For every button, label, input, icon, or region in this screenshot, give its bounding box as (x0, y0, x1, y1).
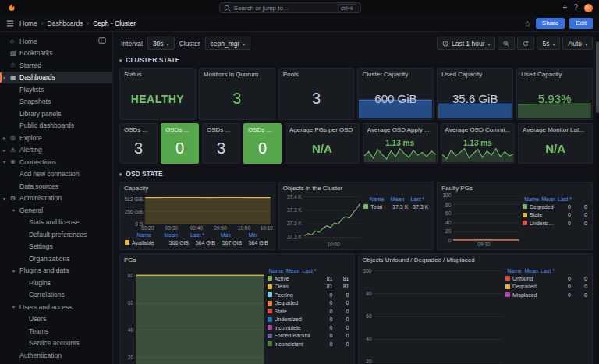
legend-header[interactable]: Name (363, 196, 384, 202)
breadcrumb-dashboards[interactable]: Dashboards (48, 19, 83, 27)
sidebar-item[interactable]: Users (0, 313, 112, 326)
menu-icon[interactable] (6, 19, 14, 27)
sidebar-item[interactable]: Data sources (0, 180, 112, 193)
sidebar-item[interactable]: ▾ ⊕ Connections (0, 156, 112, 168)
panel-title[interactable]: Average OSD Commi... (441, 124, 515, 133)
scrollbar[interactable] (596, 32, 599, 364)
sidebar-item[interactable]: Playlists (0, 83, 112, 96)
panel-title[interactable]: OSDs ... (161, 124, 198, 133)
sidebar-item[interactable]: ▾ General (0, 204, 112, 217)
scrollbar-thumb[interactable] (596, 41, 599, 113)
legend-header[interactable]: Last * (538, 268, 555, 274)
zoom-out-button[interactable] (498, 37, 515, 50)
legend-header[interactable]: Mean (384, 196, 404, 202)
panel-title[interactable]: Average OSD Apply ... (363, 124, 437, 133)
time-range-picker[interactable]: Last 1 hour (437, 37, 496, 50)
plot-area[interactable] (304, 194, 361, 241)
sidebar-item[interactable]: Public dashboards (0, 120, 112, 133)
grafana-logo[interactable] (6, 2, 17, 13)
legend-header[interactable]: Last * (178, 232, 204, 238)
legend-row[interactable]: Degraded 0 0 (505, 283, 587, 292)
legend-row[interactable]: State 0 0 (268, 307, 349, 316)
panel-title[interactable]: OSDs ... (244, 124, 281, 133)
plot-area[interactable] (145, 194, 271, 224)
sidebar-item[interactable]: ▤ Bookmarks (0, 48, 112, 60)
panel-title[interactable]: Monitors in Quorum (200, 69, 275, 78)
plus-icon[interactable]: + (563, 4, 568, 12)
sidebar-item[interactable]: Default preferences (0, 228, 112, 241)
legend-header[interactable]: Last * (300, 268, 317, 274)
legend-row[interactable]: Active 81 81 (268, 274, 349, 283)
legend-header[interactable]: Name (505, 268, 522, 274)
legend-row[interactable]: Forced Backfill 0 0 (268, 332, 349, 341)
dock-sidebar-icon[interactable] (98, 37, 106, 44)
auto-dropdown[interactable]: Auto (562, 37, 593, 50)
sidebar-item[interactable]: ▾ Users and access (0, 301, 112, 313)
help-icon[interactable]: ? (573, 4, 578, 12)
sidebar-item[interactable]: ▾ ⚙ Administration (0, 193, 112, 205)
legend-header[interactable]: Last * (404, 196, 424, 202)
legend-row[interactable]: Undersized 0 0 (268, 316, 349, 324)
row-cluster-state[interactable]: CLUSTER STATE (119, 56, 593, 64)
row-osd-state[interactable]: OSD STATE (119, 170, 593, 178)
legend-row[interactable]: Available 566 GiB 564 GiB 567 GiB 564 Gi… (125, 239, 268, 246)
sidebar-item[interactable]: Library panels (0, 108, 112, 120)
sidebar-item[interactable]: ▾ Plugins and data (0, 265, 112, 277)
panel-title[interactable]: Status (120, 69, 195, 78)
interval-dropdown[interactable]: 30s (147, 37, 175, 50)
star-icon[interactable] (524, 19, 531, 28)
panel-title[interactable]: Cluster Capacity (358, 69, 433, 78)
sidebar-item[interactable]: Settings (0, 241, 112, 253)
plot-area[interactable] (453, 194, 519, 241)
avatar[interactable] (584, 4, 593, 12)
sidebar-item[interactable]: Stats and license (0, 217, 112, 229)
legend-row[interactable]: Peering 0 0 (268, 291, 349, 299)
panel-title[interactable]: Used Capacity (438, 69, 512, 78)
panel-title[interactable]: OSDs ... (203, 124, 239, 133)
sidebar-item[interactable]: ▸ ◎ Explore (0, 132, 112, 144)
legend-row[interactable]: Misplaced 0 0 (505, 291, 587, 299)
legend-row[interactable]: Incomplete 0 0 (268, 323, 349, 332)
sidebar-item[interactable]: Snapshots (0, 96, 112, 108)
edit-button[interactable]: Edit (569, 18, 593, 29)
legend-header[interactable]: Mean (151, 232, 178, 238)
breadcrumb-home[interactable]: Home (19, 19, 37, 27)
sidebar-item[interactable]: ☆ Starred (0, 59, 112, 72)
legend-row[interactable]: Degraded 0 0 (268, 299, 349, 308)
legend-header[interactable]: Min (231, 232, 257, 238)
plot-area[interactable] (374, 266, 503, 364)
legend-row[interactable]: State 0 0 (523, 211, 587, 220)
legend-row[interactable]: Total 37.3 K 37.3 K (363, 203, 428, 211)
legend-header[interactable]: Name (125, 232, 151, 238)
legend-row[interactable]: Undersized 0 0 (523, 219, 587, 228)
refresh-button[interactable] (517, 37, 534, 50)
legend-header[interactable]: Mean (522, 268, 538, 274)
panel-title[interactable]: Average Monitor Lat... (519, 124, 592, 133)
panel-title[interactable]: Pools (279, 69, 354, 78)
panel-title[interactable]: Agerage PGs per OSD (285, 124, 359, 133)
panel-title[interactable]: PGs (120, 254, 354, 263)
legend-row[interactable]: Unfound 0 0 (505, 274, 587, 283)
legend-header[interactable]: Name (268, 268, 284, 274)
legend-row[interactable]: Clean 81 81 (268, 283, 349, 292)
legend-header[interactable]: Last * (555, 196, 572, 202)
legend-header[interactable]: Mean (539, 196, 555, 202)
panel-title[interactable]: Used Capacity (517, 69, 592, 78)
sidebar-item[interactable]: Add new connection (0, 168, 112, 181)
legend-row[interactable]: Degraded 0 0 (523, 203, 587, 211)
search-input[interactable]: Search or jump to... ctrl+k (219, 2, 361, 13)
legend-row[interactable]: Inconsistent 0 0 (268, 340, 349, 348)
sidebar-item[interactable]: Organizations (0, 253, 112, 265)
panel-title[interactable]: Objects Unfound / Degraded / Misplaced (359, 254, 593, 263)
sidebar-item[interactable]: Service accounts (0, 337, 112, 350)
panel-title[interactable]: Objects in the Cluster (279, 182, 434, 192)
legend-header[interactable]: Name (523, 196, 539, 202)
refresh-interval-dropdown[interactable]: 5s (537, 37, 560, 50)
sidebar-item[interactable]: ▸ ⚠ Alerting (0, 144, 112, 157)
legend-header[interactable]: Max (204, 232, 231, 238)
panel-title[interactable]: Faulty PGs (438, 182, 592, 192)
sidebar-item[interactable]: Teams (0, 325, 112, 337)
sidebar-item[interactable]: Correlations (0, 289, 112, 302)
cluster-dropdown[interactable]: ceph_mgr (205, 37, 251, 50)
plot-area[interactable] (136, 266, 264, 364)
